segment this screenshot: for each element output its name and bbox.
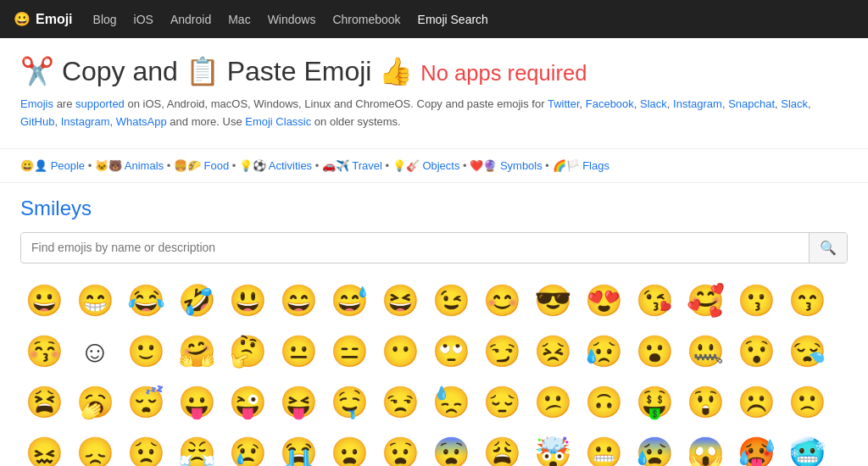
- emoji-cell[interactable]: 😤: [173, 430, 220, 466]
- emoji-cell[interactable]: 🙄: [427, 328, 475, 375]
- emoji-cell[interactable]: 😪: [783, 328, 831, 375]
- emoji-cell[interactable]: 😬: [580, 430, 627, 466]
- emoji-cell[interactable]: 😑: [326, 328, 373, 375]
- emoji-cell[interactable]: 🙁: [783, 379, 831, 426]
- nav-link-blog[interactable]: Blog: [93, 13, 117, 26]
- emoji-cell[interactable]: 😂: [122, 277, 170, 325]
- emoji-classic-link[interactable]: Emoji Classic: [245, 115, 311, 128]
- instagram-link[interactable]: Instagram: [673, 97, 722, 110]
- emoji-cell[interactable]: 😍: [580, 277, 627, 325]
- emoji-cell[interactable]: 😆: [376, 277, 424, 325]
- emoji-cell[interactable]: 🤤: [326, 379, 373, 426]
- emoji-cell[interactable]: 😏: [478, 328, 526, 375]
- emoji-cell[interactable]: 😞: [71, 430, 119, 466]
- emoji-cell[interactable]: 😜: [224, 379, 271, 426]
- search-container: 🔍: [20, 232, 848, 264]
- emoji-cell[interactable]: 😣: [529, 328, 576, 375]
- nav-brand[interactable]: 😀 Emoji: [14, 11, 73, 27]
- emoji-cell[interactable]: 😛: [173, 379, 220, 426]
- emoji-cell[interactable]: 😅: [326, 277, 373, 325]
- emoji-cell[interactable]: 🤯: [529, 430, 576, 466]
- nav-link-android[interactable]: Android: [170, 13, 211, 26]
- emoji-cell[interactable]: 🤐: [682, 328, 729, 375]
- emoji-cell[interactable]: 😎: [529, 277, 576, 325]
- emoji-cell[interactable]: 😝: [275, 379, 322, 426]
- emoji-cell[interactable]: 😨: [427, 430, 475, 466]
- twitter-link[interactable]: Twitter: [548, 97, 580, 110]
- emoji-cell[interactable]: 😚: [20, 328, 68, 375]
- search-input[interactable]: [21, 234, 809, 261]
- emoji-cell[interactable]: 😁: [71, 277, 119, 325]
- emoji-cell[interactable]: 😟: [122, 430, 170, 466]
- emoji-cell[interactable]: 🥵: [732, 430, 780, 466]
- cat-travel[interactable]: Travel: [352, 159, 382, 172]
- emoji-cell[interactable]: 🙂: [122, 328, 170, 375]
- emoji-cell[interactable]: 😒: [376, 379, 424, 426]
- cat-emoji-flags: 🌈🏳️: [553, 159, 580, 172]
- supported-link[interactable]: supported: [75, 97, 125, 110]
- nav-link-mac[interactable]: Mac: [228, 13, 250, 26]
- nav-link-chromebook[interactable]: Chromebook: [332, 13, 400, 26]
- emoji-cell[interactable]: 🤗: [173, 328, 220, 375]
- emoji-cell[interactable]: 😙: [783, 277, 831, 325]
- emoji-cell[interactable]: 🥰: [682, 277, 729, 325]
- emoji-cell[interactable]: 😲: [682, 379, 729, 426]
- emoji-cell[interactable]: 😧: [376, 430, 424, 466]
- github-link[interactable]: GitHub: [20, 115, 54, 128]
- instagram2-link[interactable]: Instagram: [61, 115, 110, 128]
- cat-animals[interactable]: Animals: [125, 159, 164, 172]
- cat-food[interactable]: Food: [203, 159, 229, 172]
- emoji-cell[interactable]: 😓: [427, 379, 475, 426]
- slack2-link[interactable]: Slack: [781, 97, 808, 110]
- cat-activities[interactable]: Activities: [269, 159, 312, 172]
- emoji-cell[interactable]: 😰: [631, 430, 678, 466]
- cat-people[interactable]: People: [51, 159, 85, 172]
- emoji-cell[interactable]: 🤔: [224, 328, 271, 375]
- cat-objects[interactable]: Objects: [422, 159, 459, 172]
- emoji-cell[interactable]: ☺️: [71, 328, 119, 375]
- emoji-cell[interactable]: 😀: [20, 277, 68, 325]
- emoji-cell[interactable]: 😱: [682, 430, 729, 466]
- emoji-cell[interactable]: 😭: [275, 430, 322, 466]
- hero-subtitle: No apps required: [420, 61, 587, 85]
- slack-link[interactable]: Slack: [640, 97, 667, 110]
- emoji-cell[interactable]: 😔: [478, 379, 526, 426]
- emoji-cell[interactable]: 😃: [224, 277, 271, 325]
- emoji-cell[interactable]: 😘: [631, 277, 678, 325]
- emoji-cell[interactable]: 😄: [275, 277, 322, 325]
- snapchat-link[interactable]: Snapchat: [728, 97, 775, 110]
- emoji-cell[interactable]: 😗: [732, 277, 780, 325]
- nav-link-windows[interactable]: Windows: [268, 13, 316, 26]
- nav-link-emoji-search[interactable]: Emoji Search: [418, 13, 488, 26]
- emoji-cell[interactable]: 😊: [478, 277, 526, 325]
- emojis-link[interactable]: Emojis: [20, 97, 53, 110]
- hero-title: ✂️ Copy and 📋 Paste Emoji 👍 No apps requ…: [20, 55, 848, 87]
- emoji-cell[interactable]: 🤑: [631, 379, 678, 426]
- cat-emoji-travel: 🚗✈️: [322, 159, 349, 172]
- emoji-cell[interactable]: 😥: [580, 328, 627, 375]
- emoji-cell[interactable]: 😐: [275, 328, 322, 375]
- emoji-cell[interactable]: 😕: [529, 379, 576, 426]
- emoji-cell[interactable]: 🥱: [71, 379, 119, 426]
- emoji-cell[interactable]: 🥶: [783, 430, 831, 466]
- emoji-cell[interactable]: 😫: [20, 379, 68, 426]
- emoji-cell[interactable]: 😖: [20, 430, 68, 466]
- emoji-cell[interactable]: 😉: [427, 277, 475, 325]
- emoji-cell[interactable]: 😮: [631, 328, 678, 375]
- cat-flags[interactable]: Flags: [582, 159, 609, 172]
- emoji-cell[interactable]: 😶: [376, 328, 424, 375]
- emoji-cell[interactable]: 🙃: [580, 379, 627, 426]
- cat-symbols[interactable]: Symbols: [500, 159, 542, 172]
- emoji-cell[interactable]: 😢: [224, 430, 271, 466]
- emoji-cell[interactable]: 😩: [478, 430, 526, 466]
- nav-link-ios[interactable]: iOS: [134, 13, 153, 26]
- emoji-cell[interactable]: 😴: [122, 379, 170, 426]
- section-title: Smileys: [20, 197, 848, 220]
- emoji-cell[interactable]: ☹️: [732, 379, 780, 426]
- whatsapp-link[interactable]: WhatsApp: [116, 115, 167, 128]
- search-button[interactable]: 🔍: [809, 233, 847, 263]
- facebook-link[interactable]: Facebook: [586, 97, 634, 110]
- emoji-cell[interactable]: 😦: [326, 430, 373, 466]
- emoji-cell[interactable]: 🤣: [173, 277, 220, 325]
- emoji-cell[interactable]: 😯: [732, 328, 780, 375]
